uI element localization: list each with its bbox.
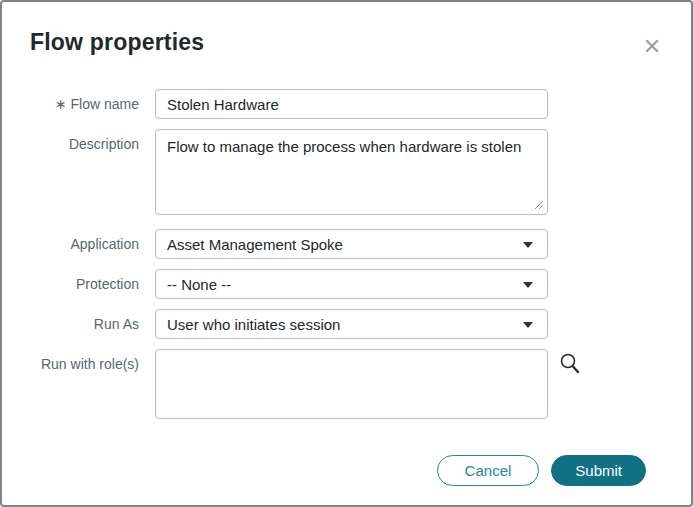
caret-down-icon <box>523 322 533 328</box>
resize-handle-icon[interactable] <box>534 196 544 214</box>
caret-down-icon <box>523 242 533 248</box>
run-as-selected-value: User who initiates session <box>167 316 340 333</box>
flow-name-label: ∗ Flow name <box>2 89 155 112</box>
run-with-roles-label: Run with role(s) <box>2 349 155 372</box>
application-selected-value: Asset Management Spoke <box>167 236 343 253</box>
flow-properties-form: ∗ Flow name Description Flow to manage t… <box>2 89 691 433</box>
run-with-roles-row: Run with role(s) <box>2 349 691 423</box>
protection-label: Protection <box>2 269 155 292</box>
flow-name-input[interactable] <box>155 89 548 119</box>
protection-row: Protection -- None -- <box>2 269 691 299</box>
submit-button[interactable]: Submit <box>551 455 646 486</box>
close-icon[interactable]: ✕ <box>637 32 667 62</box>
description-label: Description <box>2 129 155 152</box>
run-as-row: Run As User who initiates session <box>2 309 691 339</box>
description-row: Description Flow to manage the process w… <box>2 129 691 219</box>
application-select[interactable]: Asset Management Spoke <box>155 229 548 259</box>
search-icon[interactable] <box>556 349 584 377</box>
run-as-select[interactable]: User who initiates session <box>155 309 548 339</box>
flow-name-label-text: Flow name <box>71 96 139 112</box>
protection-selected-value: -- None -- <box>167 276 231 293</box>
required-icon: ∗ <box>55 96 67 112</box>
application-label: Application <box>2 229 155 252</box>
run-with-roles-textarea[interactable] <box>155 349 548 419</box>
dialog-footer: Cancel Submit <box>437 455 646 486</box>
caret-down-icon <box>523 282 533 288</box>
run-as-label: Run As <box>2 309 155 332</box>
dialog-title: Flow properties <box>30 29 204 56</box>
application-row: Application Asset Management Spoke <box>2 229 691 259</box>
protection-select[interactable]: -- None -- <box>155 269 548 299</box>
description-textarea[interactable]: Flow to manage the process when hardware… <box>155 129 548 215</box>
flow-name-row: ∗ Flow name <box>2 89 691 119</box>
flow-properties-dialog: Flow properties ✕ ∗ Flow name Descriptio… <box>0 0 693 507</box>
cancel-button[interactable]: Cancel <box>437 455 540 486</box>
